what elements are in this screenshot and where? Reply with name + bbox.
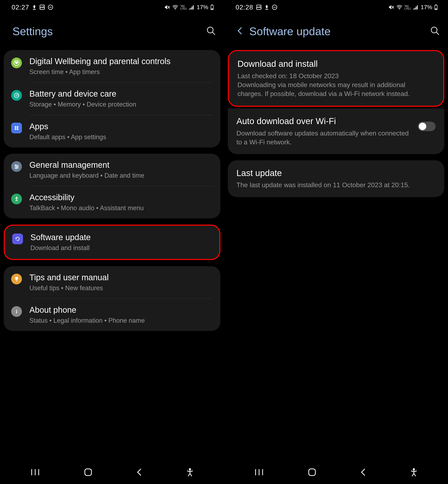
image-icon xyxy=(256,5,262,10)
settings-item-software-update-highlighted[interactable]: Software update Download and install xyxy=(4,225,220,260)
item-subtitle: Storage • Memory • Device protection xyxy=(29,100,213,109)
item-title: Apps xyxy=(29,121,213,131)
header: Software update xyxy=(224,15,448,50)
dnd-icon xyxy=(272,5,277,10)
search-button[interactable] xyxy=(430,26,440,36)
settings-group: General management Language and keyboard… xyxy=(4,154,220,219)
apps-icon xyxy=(11,123,22,133)
item-subtitle: Useful tips • New features xyxy=(29,284,213,292)
svg-point-17 xyxy=(15,128,16,130)
svg-point-16 xyxy=(17,126,18,128)
svg-rect-29 xyxy=(16,311,17,313)
back-button[interactable] xyxy=(237,26,243,36)
svg-rect-50 xyxy=(309,469,315,476)
item-subtitle: Status • Legal information • Phone name xyxy=(29,317,213,325)
settings-list: Digital Wellbeing and parental controls … xyxy=(0,50,224,461)
settings-item-accessibility[interactable]: Accessibility TalkBack • Mono audio • As… xyxy=(4,186,220,218)
item-title: General management xyxy=(29,160,213,170)
item-subtitle: Screen time • App timers xyxy=(29,68,213,76)
image-icon xyxy=(40,5,45,10)
general-icon xyxy=(11,161,22,172)
settings-item-about[interactable]: About phone Status • Legal information •… xyxy=(4,299,220,331)
page-title: Settings xyxy=(12,25,206,38)
volte-icon: Vo)LTE1 xyxy=(180,5,187,10)
settings-group: Digital Wellbeing and parental controls … xyxy=(4,50,220,147)
page-title: Software update xyxy=(249,25,430,38)
auto-download-item[interactable]: Auto download over Wi-Fi Download softwa… xyxy=(228,108,444,154)
nav-recents[interactable] xyxy=(250,464,268,481)
dnd-icon xyxy=(48,5,53,10)
battery-percent: 17% xyxy=(197,4,208,11)
status-bar: 02:28 Vo)LTE1 17% xyxy=(224,0,448,15)
item-subtitle: Download software updates automatically … xyxy=(237,129,415,147)
svg-point-1 xyxy=(43,6,44,7)
upload-icon xyxy=(264,5,269,10)
settings-item-general[interactable]: General management Language and keyboard… xyxy=(4,154,220,186)
phone-left: 02:27 Vo)LTE1 17% Settings Di xyxy=(0,0,224,484)
download-install-highlighted[interactable]: Download and install Last checked on: 18… xyxy=(228,50,444,107)
svg-point-41 xyxy=(399,9,400,9)
settings-group: Auto download over Wi-Fi Download softwa… xyxy=(228,108,444,154)
svg-point-18 xyxy=(17,128,18,130)
settings-item-tips[interactable]: Tips and user manual Useful tips • New f… xyxy=(4,266,220,298)
signal-icon xyxy=(189,5,194,9)
nav-accessibility[interactable] xyxy=(406,464,422,482)
item-subtitle: Download and install xyxy=(30,244,212,252)
battery-icon xyxy=(210,4,214,10)
svg-rect-26 xyxy=(16,280,17,281)
item-title: Battery and device care xyxy=(29,89,213,99)
settings-item-battery[interactable]: Battery and device care Storage • Memory… xyxy=(4,83,220,115)
svg-point-45 xyxy=(431,27,437,33)
svg-rect-44 xyxy=(435,8,437,9)
svg-point-15 xyxy=(15,126,16,128)
auto-download-toggle[interactable] xyxy=(418,122,436,131)
svg-point-28 xyxy=(16,310,17,311)
settings-item-apps[interactable]: Apps Default apps • App settings xyxy=(4,115,220,147)
nav-bar xyxy=(0,461,224,484)
battery-percent: 17% xyxy=(421,4,432,11)
item-subtitle: Default apps • App settings xyxy=(29,133,213,141)
item-subtitle: TalkBack • Mono audio • Assistant menu xyxy=(29,204,213,212)
svg-point-6 xyxy=(175,9,176,9)
settings-group: Tips and user manual Useful tips • New f… xyxy=(4,266,220,331)
svg-line-11 xyxy=(213,32,215,35)
nav-back[interactable] xyxy=(356,464,371,482)
mute-icon xyxy=(388,5,394,10)
svg-point-22 xyxy=(17,166,18,167)
tips-icon xyxy=(11,274,22,284)
svg-point-20 xyxy=(15,165,16,166)
settings-group: Last update The last update was installe… xyxy=(228,160,444,197)
phone-right: 02:28 Vo)LTE1 17% Software update Downlo… xyxy=(224,0,448,484)
svg-rect-27 xyxy=(16,281,17,282)
item-title: Tips and user manual xyxy=(29,272,213,282)
accessibility-icon xyxy=(11,194,22,204)
settings-item-wellbeing[interactable]: Digital Wellbeing and parental controls … xyxy=(4,50,220,82)
nav-recents[interactable] xyxy=(26,464,45,481)
mute-icon xyxy=(164,5,170,10)
status-time: 02:28 xyxy=(236,4,253,11)
item-subtitle: The last update was installed on 11 Octo… xyxy=(237,181,432,190)
upload-icon xyxy=(32,5,37,10)
svg-point-10 xyxy=(207,27,213,33)
item-title: Last update xyxy=(237,168,432,179)
nav-accessibility[interactable] xyxy=(182,464,198,482)
svg-rect-43 xyxy=(435,5,437,5)
nav-home[interactable] xyxy=(80,464,97,482)
svg-rect-9 xyxy=(211,8,213,9)
svg-point-24 xyxy=(16,167,17,169)
status-bar: 02:27 Vo)LTE1 17% xyxy=(0,0,224,15)
item-title: About phone xyxy=(29,305,213,315)
item-title: Accessibility xyxy=(29,192,213,202)
nav-home[interactable] xyxy=(303,464,321,482)
item-title: Digital Wellbeing and parental controls xyxy=(29,56,213,66)
nav-back[interactable] xyxy=(132,464,147,482)
svg-point-36 xyxy=(259,6,260,7)
wifi-icon xyxy=(396,5,402,10)
status-time: 02:27 xyxy=(12,4,29,11)
last-update-item[interactable]: Last update The last update was installe… xyxy=(228,160,444,197)
battery-icon xyxy=(434,4,438,10)
item-subtitle: Language and keyboard • Date and time xyxy=(29,171,213,180)
item-title: Download and install xyxy=(238,59,432,70)
search-button[interactable] xyxy=(206,26,216,36)
item-title: Auto download over Wi-Fi xyxy=(237,116,415,127)
